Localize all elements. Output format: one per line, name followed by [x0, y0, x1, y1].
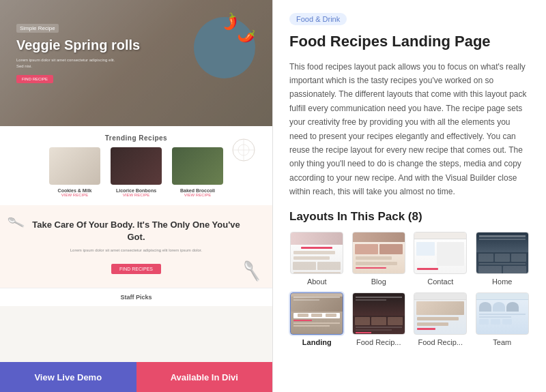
trending-img-2: [111, 147, 162, 185]
trending-name-1: Cookies & Milk: [58, 188, 92, 193]
layout-name-blog: Blog: [371, 277, 386, 286]
body-care-text: Lorem ipsum dolor sit amet consectetur a…: [27, 247, 245, 254]
layout-name-about: About: [307, 277, 327, 286]
food-illustration: 🌶️ 🌶️: [190, 10, 259, 78]
view-live-demo-button[interactable]: View Live Demo: [0, 362, 136, 392]
layout-thumb-blog: [352, 232, 405, 274]
layout-item-landing[interactable]: Landing: [289, 292, 345, 346]
spoon-left-icon: 🥄: [6, 213, 25, 232]
category-badge: Food & Drink: [289, 13, 347, 25]
layout-thumb-home: [476, 232, 529, 274]
layout-thumb-landing: [290, 292, 343, 335]
bottom-buttons: View Live Demo Available In Divi: [0, 362, 272, 392]
layout-item-blog[interactable]: Blog: [351, 232, 407, 286]
layout-name-landing: Landing: [302, 338, 332, 346]
left-panel: Simple Recipe Veggie Spring rolls Lorem …: [0, 0, 273, 392]
hero-text: Lorem ipsum dolor sit amet consectetur a…: [16, 57, 119, 70]
layout-thumb-contact: [414, 232, 467, 274]
trending-img-3: [172, 147, 223, 185]
right-panel: Food & Drink Food Recipes Landing Page T…: [273, 0, 546, 392]
trending-section: Trending Recipes Cookies & Milk VIEW REC…: [0, 126, 272, 205]
trending-item-1: Cookies & Milk VIEW RECIPE: [48, 147, 102, 197]
trending-sub-3: VIEW RECIPE: [184, 193, 211, 197]
layouts-title: Layouts In This Pack (8): [289, 210, 530, 224]
trending-sub-1: VIEW RECIPE: [61, 193, 88, 197]
hero-button: FIND RECIPE: [16, 75, 53, 83]
layout-thumb-food-recip1: [352, 292, 405, 335]
layout-item-home[interactable]: Home: [475, 232, 530, 286]
staff-picks: Staff Picks: [0, 288, 272, 306]
hero-title: Veggie Spring rolls: [16, 37, 140, 53]
description: This food recipes layout pack allows you…: [289, 60, 530, 199]
trending-title: Trending Recipes: [14, 134, 259, 142]
layout-name-home: Home: [492, 277, 512, 286]
trending-items: Cookies & Milk VIEW RECIPE Licorice Bonb…: [14, 147, 259, 197]
layout-thumb-team: [476, 292, 529, 335]
layouts-grid: About Blog: [289, 232, 530, 346]
layout-name-food-recip1: Food Recip...: [356, 338, 401, 346]
trending-item-3: Baked Broccoli VIEW RECIPE: [171, 147, 225, 197]
layout-item-team[interactable]: Team: [475, 292, 530, 346]
page-title: Food Recipes Landing Page: [289, 32, 530, 52]
circle-decoration: [230, 136, 257, 164]
body-care-button: FIND RECIPES: [111, 264, 161, 274]
trending-name-2: Licorice Bonbons: [116, 188, 156, 193]
layout-item-about[interactable]: About: [289, 232, 345, 286]
layout-item-food-recip2[interactable]: Food Recip...: [413, 292, 468, 346]
hero-tag: Simple Recipe: [16, 24, 59, 33]
available-in-divi-button[interactable]: Available In Divi: [136, 362, 273, 392]
layout-item-food-recip1[interactable]: Food Recip...: [351, 292, 407, 346]
layout-name-contact: Contact: [427, 277, 453, 286]
layout-thumb-food-recip2: [414, 292, 467, 335]
spoon-right-icon: 🥄: [240, 260, 263, 283]
preview-hero: Simple Recipe Veggie Spring rolls Lorem …: [0, 0, 272, 126]
layout-thumb-about: [290, 232, 343, 274]
trending-img-1: [49, 147, 100, 185]
trending-name-3: Baked Broccoli: [180, 188, 215, 193]
trending-sub-2: VIEW RECIPE: [123, 193, 149, 197]
layout-item-contact[interactable]: Contact: [413, 232, 468, 286]
hero-content: Simple Recipe Veggie Spring rolls Lorem …: [16, 20, 140, 83]
body-care-title: Take Care Of Your Body. It's The Only On…: [27, 219, 245, 243]
layout-name-team: Team: [493, 338, 511, 346]
trending-item-2: Licorice Bonbons VIEW RECIPE: [109, 147, 164, 197]
preview-area: Simple Recipe Veggie Spring rolls Lorem …: [0, 0, 272, 362]
body-care-section: 🥄 Take Care Of Your Body. It's The Only …: [0, 205, 272, 288]
layout-name-food-recip2: Food Recip...: [418, 338, 463, 346]
